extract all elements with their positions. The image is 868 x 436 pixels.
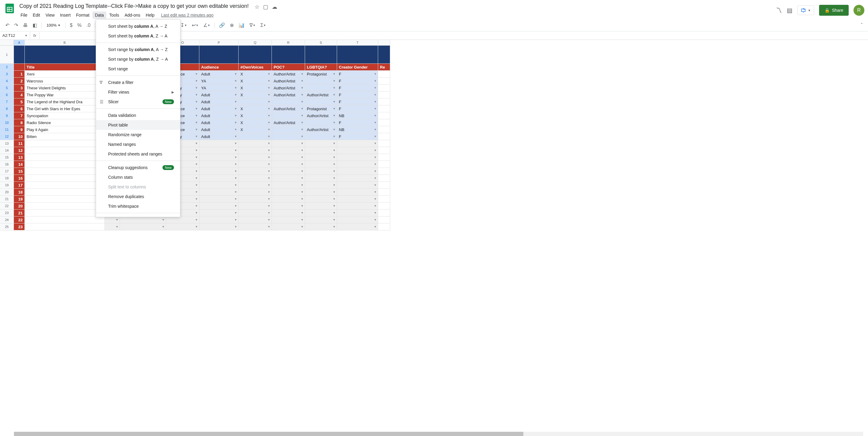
- share-button[interactable]: 🔒 Share: [819, 5, 849, 16]
- cell[interactable]: [378, 98, 390, 105]
- empty-dropdown-cell[interactable]: ▼: [337, 140, 378, 147]
- row-number[interactable]: 21: [14, 210, 25, 217]
- ownvoices-cell[interactable]: X▼: [239, 119, 272, 126]
- menu-sort-range[interactable]: Sort range: [96, 64, 180, 74]
- empty-dropdown-cell[interactable]: ▼: [272, 210, 305, 217]
- menu-file[interactable]: File: [18, 11, 30, 19]
- poc-cell[interactable]: Author/Artist▼: [272, 92, 305, 98]
- empty-dropdown-cell[interactable]: ▼: [272, 182, 305, 189]
- audience-cell[interactable]: Adult▼: [199, 105, 239, 112]
- account-avatar[interactable]: R: [854, 5, 864, 16]
- ownvoices-cell[interactable]: X▼: [239, 92, 272, 98]
- lgbtqia-cell[interactable]: ▼: [305, 133, 337, 140]
- cell[interactable]: [25, 161, 105, 168]
- row-number[interactable]: 17: [14, 182, 25, 189]
- collapse-toolbar-button[interactable]: ˆ: [859, 22, 864, 29]
- lgbtqia-cell[interactable]: Protagonist▼: [305, 105, 337, 112]
- empty-dropdown-cell[interactable]: ▼: [305, 217, 337, 223]
- poc-cell[interactable]: Author/Artist▼: [272, 119, 305, 126]
- poc-cell[interactable]: ▼: [272, 112, 305, 119]
- audience-cell[interactable]: YA▼: [199, 77, 239, 85]
- row-number[interactable]: 4: [14, 92, 25, 98]
- comment-button[interactable]: ⊕: [228, 21, 236, 29]
- empty-dropdown-cell[interactable]: ▼: [199, 182, 239, 189]
- row-number[interactable]: 5: [14, 98, 25, 105]
- menu-edit[interactable]: Edit: [31, 11, 42, 19]
- cell[interactable]: [378, 210, 390, 217]
- cell[interactable]: [378, 77, 390, 85]
- menu-protected-sheets[interactable]: Protected sheets and ranges: [96, 149, 180, 159]
- row-number[interactable]: 6: [14, 105, 25, 112]
- empty-dropdown-cell[interactable]: ▼: [120, 223, 166, 230]
- percent-button[interactable]: %: [75, 22, 83, 29]
- document-title[interactable]: Copy of 2021 Reading Log Template--Click…: [18, 2, 250, 10]
- banner-cell[interactable]: [14, 45, 25, 64]
- row-header[interactable]: 9: [0, 112, 14, 119]
- redo-button[interactable]: ↷: [12, 21, 20, 29]
- ownvoices-cell[interactable]: ▼: [239, 98, 272, 105]
- empty-dropdown-cell[interactable]: ▼: [305, 154, 337, 161]
- empty-dropdown-cell[interactable]: ▼: [239, 223, 272, 230]
- menu-trim-whitespace[interactable]: Trim whitespace: [96, 201, 180, 211]
- audience-cell[interactable]: Adult▼: [199, 126, 239, 133]
- menu-column-stats[interactable]: Column stats: [96, 173, 180, 182]
- star-icon[interactable]: ☆: [255, 4, 259, 10]
- menu-format[interactable]: Format: [74, 11, 92, 19]
- title-cell[interactable]: Bitten: [25, 133, 105, 140]
- row-header[interactable]: 17: [0, 168, 14, 175]
- row-number[interactable]: 18: [14, 189, 25, 196]
- currency-button[interactable]: $: [68, 22, 74, 29]
- row-header[interactable]: 23: [0, 210, 14, 217]
- row-header[interactable]: 16: [0, 161, 14, 168]
- gender-cell[interactable]: F▼: [337, 71, 378, 77]
- row-number[interactable]: 3: [14, 85, 25, 92]
- column-header-P[interactable]: P: [199, 40, 239, 45]
- banner-cell[interactable]: [199, 45, 239, 64]
- cell[interactable]: [378, 168, 390, 175]
- cell[interactable]: [378, 140, 390, 147]
- ownvoices-cell[interactable]: X▼: [239, 126, 272, 133]
- title-cell[interactable]: Xeni: [25, 71, 105, 77]
- empty-dropdown-cell[interactable]: ▼: [239, 210, 272, 217]
- cell[interactable]: [378, 105, 390, 112]
- poc-cell[interactable]: Author/Artist▼: [272, 77, 305, 85]
- lgbtqia-cell[interactable]: Author/Artist▼: [305, 92, 337, 98]
- row-number[interactable]: 7: [14, 112, 25, 119]
- row-header[interactable]: 6: [0, 92, 14, 98]
- cell[interactable]: [25, 175, 105, 182]
- row-header[interactable]: 3: [0, 71, 14, 77]
- poc-cell[interactable]: Author/Artist▼: [272, 85, 305, 92]
- row-number[interactable]: 12: [14, 147, 25, 154]
- ownvoices-cell[interactable]: X▼: [239, 105, 272, 112]
- menu-help[interactable]: Help: [144, 11, 157, 19]
- empty-dropdown-cell[interactable]: ▼: [272, 203, 305, 210]
- row-number[interactable]: 2: [14, 77, 25, 85]
- menu-cleanup-suggestions[interactable]: Cleanup suggestionsNew: [96, 163, 180, 173]
- empty-dropdown-cell[interactable]: ▼: [305, 147, 337, 154]
- empty-dropdown-cell[interactable]: ▼: [337, 217, 378, 223]
- banner-cell[interactable]: [239, 45, 272, 64]
- empty-dropdown-cell[interactable]: ▼: [105, 223, 120, 230]
- cell[interactable]: [25, 168, 105, 175]
- row-number[interactable]: 1: [14, 71, 25, 77]
- empty-dropdown-cell[interactable]: ▼: [166, 223, 199, 230]
- column-header-A[interactable]: A: [14, 40, 25, 45]
- empty-dropdown-cell[interactable]: ▼: [239, 140, 272, 147]
- menu-data[interactable]: Data: [92, 11, 106, 19]
- gender-cell[interactable]: F▼: [337, 98, 378, 105]
- menu-randomize-range[interactable]: Randomize range: [96, 130, 180, 139]
- title-cell[interactable]: Warcross: [25, 77, 105, 85]
- row-number[interactable]: 19: [14, 196, 25, 203]
- cell[interactable]: [378, 154, 390, 161]
- link-button[interactable]: 🔗: [217, 21, 227, 29]
- row-header[interactable]: 13: [0, 140, 14, 147]
- cell[interactable]: [378, 119, 390, 126]
- zoom-select[interactable]: 100% ▼: [44, 22, 63, 29]
- cell[interactable]: [378, 85, 390, 92]
- empty-dropdown-cell[interactable]: ▼: [199, 217, 239, 223]
- empty-dropdown-cell[interactable]: ▼: [199, 175, 239, 182]
- menu-view[interactable]: View: [43, 11, 57, 19]
- ownvoices-cell[interactable]: ▼: [239, 133, 272, 140]
- empty-dropdown-cell[interactable]: ▼: [305, 182, 337, 189]
- activity-icon[interactable]: 〽: [776, 7, 782, 14]
